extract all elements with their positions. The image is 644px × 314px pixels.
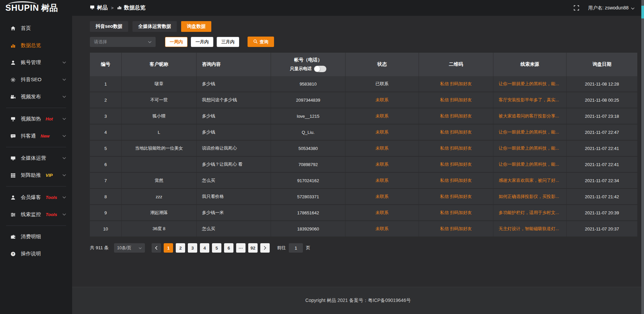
page-button-5[interactable]: 5 (212, 243, 221, 253)
qrcode-link[interactable]: 私信 扫码加好友 (419, 205, 493, 220)
page-button-2[interactable]: 2 (176, 243, 185, 253)
source-link[interactable]: 让你一眼就爱上的黑科技，能... (493, 141, 567, 156)
source-link[interactable]: 如何正确选择投影仪，买投影... (493, 189, 567, 204)
menu-divider (6, 186, 66, 187)
source-link[interactable]: 被大家追着问的客厅投影分享... (493, 108, 567, 124)
source-link[interactable]: 感谢大家喜欢我家，被问了好... (493, 173, 567, 188)
cell-no: 1 (90, 76, 122, 92)
qrcode-link[interactable]: 私信 扫码加好友 (419, 108, 493, 124)
cell-date: 2021-11-07 22:41 (567, 157, 637, 172)
cell-content: 多少钱一米 (197, 205, 271, 220)
source-link[interactable]: 让你一眼就爱上的黑科技，能... (493, 76, 567, 92)
page-button-3[interactable]: 3 (188, 243, 197, 253)
source-link[interactable]: 让你一眼就爱上的黑科技，能... (493, 124, 567, 140)
qrcode-link[interactable]: 私信 扫码加好友 (419, 76, 493, 92)
sidebar-item-label: 视频加热 (21, 116, 41, 122)
cell-nickname: 不可一世 (122, 92, 197, 108)
tab-inquiry-data[interactable]: 询盘数据 (181, 21, 211, 32)
range-one-week-button[interactable]: 一周内 (165, 37, 187, 47)
account-select[interactable]: 请选择 (90, 37, 156, 47)
phone-only-toggle[interactable] (314, 66, 326, 72)
sidebar-item-label: 操作说明 (21, 251, 41, 257)
qrcode-link[interactable]: 私信 扫码加好友 (419, 92, 493, 108)
question-icon: ? (10, 251, 16, 257)
range-three-months-button[interactable]: 三月内 (217, 37, 239, 47)
fullscreen-icon[interactable] (574, 5, 579, 11)
source-link[interactable]: 多功能护栏灯，适用于乡村文... (493, 205, 567, 220)
breadcrumb-root[interactable]: 树品 (90, 4, 108, 11)
page-button-4[interactable]: 4 (200, 243, 209, 253)
cell-content: 多少钱？让我死心 看 (197, 157, 271, 172)
table-row: 9 潮起潮落 多少钱一米 178651642 未联系 私信 扫码加好友 多功能护… (90, 205, 637, 221)
cell-account: Q_Liu. (271, 124, 345, 140)
sidebar-item-video-publish[interactable]: 视频发布 (0, 88, 72, 105)
filter-bar: 请选择 一周内 一月内 三月内 查询 (90, 37, 637, 47)
cell-account: 183929060 (271, 221, 345, 237)
cell-no: 9 (90, 205, 122, 220)
sidebar-item-member-leads[interactable]: 会员爆客 Tools (0, 189, 72, 206)
qrcode-link[interactable]: 私信 扫码加好友 (419, 157, 493, 172)
content: 抖音seo数据 全媒体运营数据 询盘数据 请选择 一周内 一月内 三月内 (72, 16, 644, 287)
page-button-92[interactable]: 92 (248, 243, 258, 253)
table-body: 1 啵章 多少钱 9583810 已联系 私信 扫码加好友 让你一眼就爱上的黑科… (90, 76, 637, 237)
sidebar-item-help[interactable]: ? 操作说明 (0, 245, 72, 262)
cell-account: 70898792 (271, 157, 345, 172)
cell-date: 2021-11-07 20:39 (567, 205, 637, 220)
search-button[interactable]: 查询 (248, 37, 274, 47)
prev-page-button[interactable] (152, 243, 161, 253)
table-row: 10 36度 8 怎么买 183929060 未联系 私信 扫码加好友 无主灯设… (90, 221, 637, 237)
range-one-month-button[interactable]: 一月内 (191, 37, 213, 47)
tools-badge: Tools (46, 212, 57, 217)
user-menu[interactable]: 用户名: zswodun88 (588, 5, 635, 11)
username-label: 用户名: zswodun88 (588, 5, 629, 11)
table-row: 4 L 多少钱 Q_Liu. 未联系 私信 扫码加好友 让你一眼就爱上的黑科技，… (90, 124, 637, 141)
status-badge: 未联系 (345, 108, 419, 124)
page-button-6[interactable]: 6 (224, 243, 233, 253)
sidebar-item-omnimedia[interactable]: 全媒体运营 (0, 150, 72, 167)
cell-date: 2021-11-07 22:47 (567, 124, 637, 140)
sidebar-item-home[interactable]: 首页 (0, 20, 72, 37)
qrcode-link[interactable]: 私信 扫码加好友 (419, 173, 493, 188)
page-size-select[interactable]: 10条/页 (114, 243, 145, 253)
table-row: 6 多少钱？让我死心 看 70898792 未联系 私信 扫码加好友 让你一眼就… (90, 157, 637, 173)
sidebar-item-matrix-boost[interactable]: 矩阵助推 VIP (0, 167, 72, 184)
goto-page-input[interactable] (289, 243, 303, 253)
page-button-1[interactable]: 1 (164, 243, 173, 253)
tab-omnimedia-data[interactable]: 全媒体运营数据 (132, 21, 177, 32)
qrcode-link[interactable]: 私信 扫码加好友 (419, 141, 493, 156)
next-page-button[interactable] (260, 243, 270, 253)
qrcode-link[interactable]: 私信 扫码加好友 (419, 221, 493, 237)
table-header-row: 编号 客户昵称 咨询内容 帐号（电话） 只显示电话 状态 二维码 线索来源 询盘… (90, 53, 637, 76)
qrcode-link[interactable]: 私信 扫码加好友 (419, 189, 493, 204)
cell-nickname: zzz (122, 189, 197, 204)
cell-nickname: 啵章 (122, 76, 197, 92)
cell-no: 7 (90, 173, 122, 188)
breadcrumb-current[interactable]: 数据总览 (117, 4, 146, 11)
tab-douyin-seo-data[interactable]: 抖音seo数据 (90, 21, 128, 32)
app-logo: SHUPIN 树品 (0, 0, 72, 16)
source-link[interactable]: 客厅安装投影半年多了，真实... (493, 92, 567, 108)
vertical-scrollbar[interactable] (641, 0, 644, 314)
page-ellipsis-button[interactable]: ··· (236, 243, 246, 253)
scrollbar-thumb[interactable] (641, 6, 644, 18)
cell-nickname (122, 157, 197, 172)
sidebar-item-data-overview[interactable]: 数据总览 (0, 37, 72, 54)
sidebar-item-doukeTong[interactable]: 抖客通 New (0, 127, 72, 145)
hot-badge: Hot (46, 116, 53, 121)
home-icon (10, 25, 16, 32)
sidebar-item-lead-monitor[interactable]: 线索监控 Tools (0, 206, 72, 223)
cell-no: 3 (90, 108, 122, 124)
sidebar-menu: 首页 数据总览 账号管理 抖音 (0, 16, 72, 262)
col-header-status: 状态 (345, 53, 419, 76)
phone-only-label: 只显示电话 (290, 66, 312, 72)
source-link[interactable]: 让你一眼就爱上的黑科技，能... (493, 157, 567, 172)
sidebar-item-douyin-seo[interactable]: 抖音SEO (0, 71, 72, 88)
status-badge: 未联系 (345, 92, 419, 108)
qrcode-link[interactable]: 私信 扫码加好友 (419, 124, 493, 140)
sidebar-item-account-mgmt[interactable]: 账号管理 (0, 54, 72, 71)
sidebar-item-label: 视频发布 (21, 94, 41, 100)
sidebar-item-video-heat[interactable]: 视频加热 Hot (0, 110, 72, 127)
sidebar-item-spend-details[interactable]: 消费明细 (0, 228, 72, 245)
source-link[interactable]: 无主灯设计，智能磁吸轨道灯... (493, 221, 567, 237)
status-badge: 未联系 (345, 173, 419, 188)
